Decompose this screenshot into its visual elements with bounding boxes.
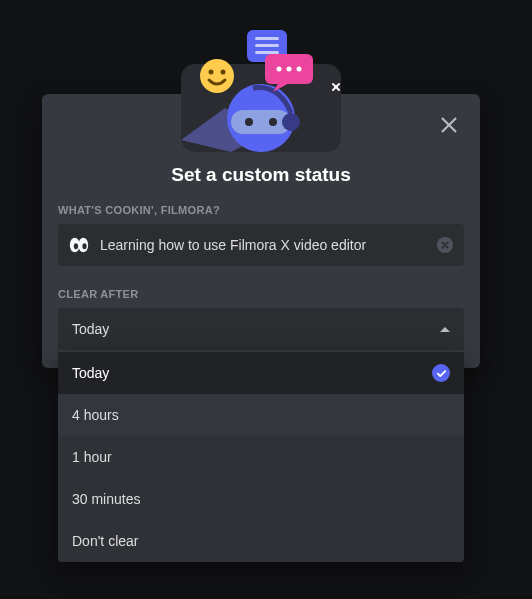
check-icon [432, 364, 450, 382]
status-input[interactable] [100, 237, 426, 253]
eyes-emoji-icon[interactable] [68, 234, 90, 256]
modal-title: Set a custom status [58, 164, 464, 186]
clear-after-select[interactable]: Today [58, 308, 464, 350]
option-label: 1 hour [72, 449, 112, 465]
svg-point-5 [282, 113, 300, 131]
svg-point-14 [277, 67, 282, 72]
clear-option-dont-clear[interactable]: Don't clear [58, 520, 464, 562]
svg-point-7 [209, 70, 214, 75]
clear-option-today[interactable]: Today [58, 352, 464, 394]
hero-illustration [161, 30, 361, 152]
clear-after-selected-value: Today [72, 321, 109, 337]
option-label: Today [72, 365, 109, 381]
svg-point-3 [245, 118, 253, 126]
svg-rect-12 [255, 51, 279, 54]
svg-point-21 [74, 243, 78, 249]
svg-point-16 [297, 67, 302, 72]
option-label: Don't clear [72, 533, 138, 549]
svg-point-4 [269, 118, 277, 126]
status-prompt-label: WHAT'S COOKIN', FILMORA? [58, 204, 464, 216]
svg-rect-10 [255, 37, 279, 40]
close-icon[interactable] [436, 112, 462, 138]
svg-point-22 [82, 243, 86, 249]
status-input-wrap [58, 224, 464, 266]
clear-after-dropdown: Today 4 hours 1 hour 30 minutes Don't cl… [58, 352, 464, 562]
svg-point-6 [200, 59, 234, 93]
clear-after-label: CLEAR AFTER [58, 288, 464, 300]
svg-rect-11 [255, 44, 279, 47]
clear-option-1-hour[interactable]: 1 hour [58, 436, 464, 478]
clear-option-30-minutes[interactable]: 30 minutes [58, 478, 464, 520]
custom-status-modal: Set a custom status WHAT'S COOKIN', FILM… [42, 94, 480, 368]
clear-option-4-hours[interactable]: 4 hours [58, 394, 464, 436]
option-label: 4 hours [72, 407, 119, 423]
caret-up-icon [440, 327, 450, 332]
option-label: 30 minutes [72, 491, 140, 507]
clear-input-icon[interactable] [436, 236, 454, 254]
svg-point-15 [287, 67, 292, 72]
svg-point-8 [221, 70, 226, 75]
